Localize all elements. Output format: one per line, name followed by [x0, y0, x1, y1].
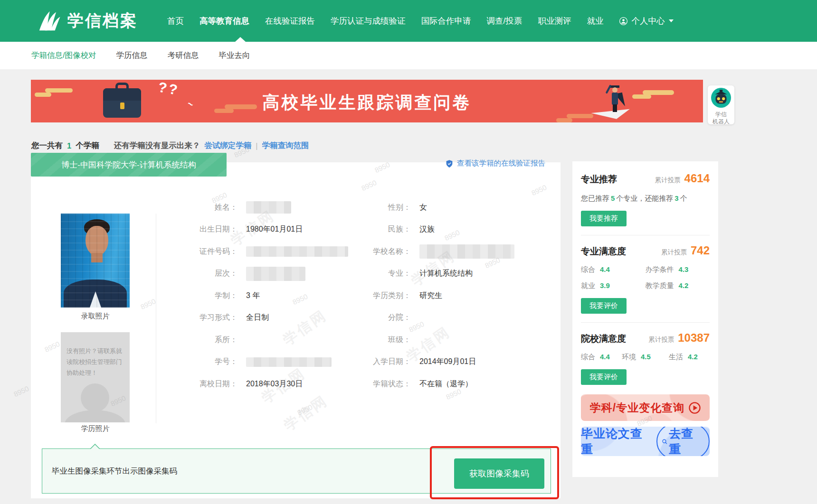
pixelation-overlay: [61, 214, 130, 308]
summary-row: 您一共有 1 个学籍 还有学籍没有显示出来？ 尝试绑定学籍 | 学籍查询范围: [31, 140, 309, 151]
field-value-name: [238, 201, 359, 214]
go-check-button[interactable]: 去查重: [656, 427, 710, 456]
nav-item-credential-verification[interactable]: 学历认证与成绩验证: [331, 15, 406, 27]
get-collection-code-button[interactable]: 获取图像采集码: [454, 458, 544, 489]
sub-nav: 学籍信息/图像校对 学历信息 考研信息 毕业去向: [0, 42, 817, 69]
rating-item: 办学条件4.3: [646, 265, 710, 274]
pointer-notch: [90, 444, 100, 449]
field-value-status: 不在籍（退学）: [411, 379, 551, 389]
field-label-branch: 分院：: [359, 313, 411, 323]
nav-item-employment[interactable]: 就业: [587, 15, 603, 27]
rating-item: 就业3.9: [581, 281, 646, 290]
robot-label: 学信 机器人: [708, 111, 734, 125]
field-value-ethnic: 汉族: [411, 224, 551, 234]
field-label-study-form: 学习形式：: [142, 313, 238, 323]
field-label-class: 班级：: [359, 335, 411, 345]
school-satisfaction-header: 院校满意度 累计投票 10387: [581, 331, 710, 345]
redacted-value: [246, 246, 348, 257]
nav-item-survey-vote[interactable]: 调查/投票: [487, 15, 522, 27]
divider: [581, 235, 710, 235]
user-menu[interactable]: 个人中心: [619, 15, 674, 27]
redacted-value: [246, 201, 291, 214]
major-recommend-header: 专业推荐 累计投票 4614: [581, 172, 710, 186]
field-label-ethnic: 民族：: [359, 224, 411, 234]
banner-title: 高校毕业生跟踪调查问卷: [31, 91, 703, 114]
collection-text: 毕业生图像采集环节出示图像采集码: [52, 466, 177, 476]
robot-widget[interactable]: 学信 机器人: [708, 85, 734, 124]
field-value-school: [411, 244, 551, 259]
arrow-circle-icon: [689, 402, 701, 414]
field-value-gender: 女: [411, 203, 551, 213]
cloud-shape: [567, 114, 593, 118]
summary-suffix: 个学籍: [76, 140, 99, 151]
tab-graduation-destination[interactable]: 毕业去向: [219, 50, 250, 61]
field-label-level: 层次：: [142, 269, 238, 279]
no-photo-text: 没有照片？请联系就读院校招生管理部门协助处理！: [66, 345, 124, 378]
record-tab[interactable]: 博士-中国科学院大学-计算机系统结构: [31, 153, 227, 177]
degree-photo-placeholder: 没有照片？请联系就读院校招生管理部门协助处理！: [61, 332, 130, 422]
record-count: 1: [67, 141, 71, 150]
logo-text: 学信档案: [67, 10, 138, 32]
student-record-card: 博士-中国科学院大学-计算机系统结构 查看该学籍的在线验证报告 录取照片 没有照…: [31, 162, 560, 498]
section-title: 专业满意度: [581, 245, 626, 258]
magnifier-icon: [662, 439, 667, 445]
chevron-down-icon: [669, 19, 674, 22]
bind-record-link[interactable]: 尝试绑定学籍: [204, 140, 251, 151]
votes-count: 10387: [678, 331, 710, 345]
field-label-gender: 性别：: [359, 203, 411, 213]
survey-banner[interactable]: ?? ~ 高校毕业生跟踪调查问卷: [31, 80, 703, 122]
user-icon: [619, 17, 628, 26]
tab-enrollment-image-check[interactable]: 学籍信息/图像校对: [31, 50, 96, 61]
recommend-button[interactable]: 我要推荐: [581, 211, 627, 226]
summary-prefix: 您一共有: [31, 140, 63, 151]
field-value-birth: 1980年01月01日: [238, 224, 359, 234]
main-nav: 首页 高等教育信息 在线验证报告 学历认证与成绩验证 国际合作申请 调查/投票 …: [167, 0, 674, 42]
admission-photo-label: 录取照片: [61, 312, 130, 321]
verification-report-link[interactable]: 查看该学籍的在线验证报告: [445, 159, 545, 168]
field-label-edu-type: 学历类别：: [359, 291, 411, 301]
nav-item-online-verification[interactable]: 在线验证报告: [265, 15, 315, 27]
rating-item: 综合4.4: [581, 353, 622, 362]
field-value-id-no: [238, 246, 359, 257]
watermark: 8950: [12, 384, 30, 399]
school-satisfaction-ratings: 综合4.4 环境4.5 生活4.2: [581, 353, 710, 362]
subject-change-query-label: 学科/专业变化查询: [590, 401, 684, 415]
link-divider: |: [256, 141, 257, 150]
thesis-check-label: 毕业论文查重: [581, 427, 652, 456]
person-silhouette-icon: [81, 383, 109, 412]
nav-item-international-cooperation[interactable]: 国际合作申请: [421, 15, 471, 27]
rating-item: 环境4.5: [622, 353, 669, 362]
nav-item-career-test[interactable]: 职业测评: [538, 15, 571, 27]
query-range-link[interactable]: 学籍查询范围: [262, 140, 309, 151]
votes-count: 742: [691, 244, 710, 257]
tab-postgraduate-info[interactable]: 考研信息: [168, 50, 199, 61]
field-value-study-form: 全日制: [238, 313, 359, 323]
field-label-birth: 出生日期：: [142, 224, 238, 234]
nav-item-home[interactable]: 首页: [167, 15, 184, 27]
rate-school-button[interactable]: 我要评价: [581, 369, 627, 385]
logo-icon: [36, 9, 62, 32]
field-value-major: 计算机系统结构: [411, 269, 551, 279]
active-nav-pointer: [235, 37, 246, 42]
nav-item-higher-education[interactable]: 高等教育信息: [200, 15, 249, 27]
section-title: 院校满意度: [581, 333, 626, 345]
field-label-name: 姓名：: [142, 203, 238, 213]
tab-education-info[interactable]: 学历信息: [116, 50, 148, 61]
rating-item: 生活4.2: [669, 353, 710, 362]
recommend-status-text: 您已推荐5个专业，还能推荐3个: [581, 194, 710, 203]
redacted-value: [419, 244, 514, 259]
page: 学信档案 首页 高等教育信息 在线验证报告 学历认证与成绩验证 国际合作申请 调…: [0, 0, 817, 504]
field-value-student-no: [238, 357, 359, 367]
votes-label: 累计投票: [655, 176, 681, 185]
thesis-check-banner[interactable]: 毕业论文查重 去查重: [581, 427, 710, 456]
subject-change-query-banner[interactable]: 学科/专业变化查询: [581, 394, 710, 421]
rate-major-button[interactable]: 我要评价: [581, 298, 627, 314]
votes-label: 累计投票: [648, 336, 674, 344]
rating-item: 教学质量4.2: [646, 281, 710, 290]
logo[interactable]: 学信档案: [36, 0, 138, 42]
robot-icon: [711, 88, 731, 108]
image-collection-box: 毕业生图像采集环节出示图像采集码 获取图像采集码: [42, 448, 551, 494]
section-title: 专业推荐: [581, 173, 617, 186]
divider: [581, 322, 710, 323]
field-label-leave-date: 离校日期：: [142, 379, 238, 389]
